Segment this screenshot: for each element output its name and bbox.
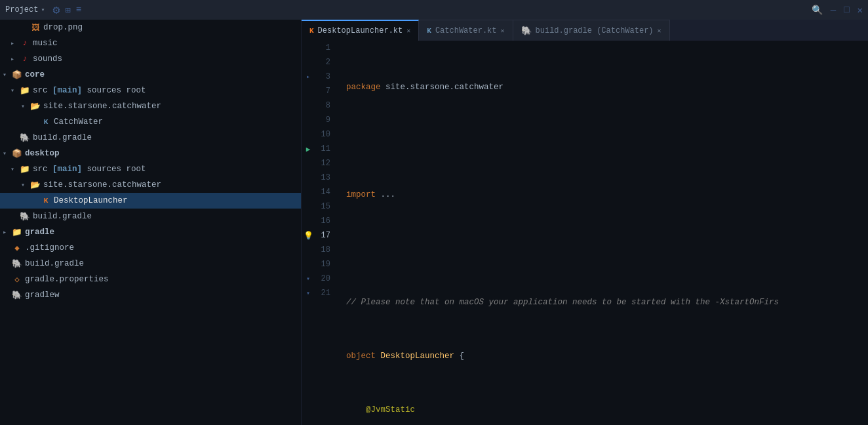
desktoplauncher-label: DesktopLauncher: [54, 196, 128, 205]
tab-close-desktop-launcher[interactable]: ✕: [406, 27, 410, 35]
fold-20[interactable]: ▾: [306, 275, 310, 283]
search-icon[interactable]: 🔍: [812, 5, 823, 16]
sidebar-item-drop-png[interactable]: 🖼 drop.png: [0, 20, 301, 35]
sidebar-item-site-core[interactable]: 📂 site.starsone.catchwater: [0, 98, 301, 114]
ln-17: 17: [317, 228, 336, 243]
menu-icon[interactable]: ≡: [76, 5, 81, 15]
gradle-folder-icon: 📁: [12, 227, 22, 237]
ln-9: 9: [317, 113, 336, 127]
sidebar-item-gradle[interactable]: 📁 gradle: [0, 224, 301, 240]
ln-1: 1: [317, 41, 336, 55]
properties-icon: ◇: [12, 274, 22, 285]
sidebar-item-src-main-desktop[interactable]: 📁 src [main] sources root: [0, 161, 301, 177]
gradle-icon-core: 🐘: [20, 132, 30, 143]
gutter-17: 💡: [302, 228, 315, 243]
sidebar-item-gradle-properties[interactable]: ◇ gradle.properties: [0, 272, 301, 287]
tab-close-catchwater[interactable]: ✕: [501, 27, 505, 35]
project-label[interactable]: Project ▾: [5, 5, 45, 14]
tab-label-build-gradle: build.gradle (CatchWater): [536, 26, 654, 35]
src-icon: 📁: [20, 85, 30, 96]
ln-10: 10: [317, 127, 336, 142]
sidebar-item-build-gradle-root[interactable]: 🐘 build.gradle: [0, 256, 301, 272]
close-icon[interactable]: ✕: [858, 5, 863, 16]
fold-import[interactable]: ▸: [306, 73, 310, 81]
kw-object: object: [346, 349, 381, 363]
sidebar-item-site-desktop[interactable]: 📂 site.starsone.catchwater: [0, 177, 301, 193]
ln-19: 19: [317, 257, 336, 272]
gutter-15: [302, 199, 315, 214]
gutter-11: ▶: [302, 142, 315, 156]
ln-11: 11: [317, 142, 336, 156]
kotlin-file-icon: K: [41, 117, 51, 127]
tab-desktop-launcher[interactable]: K DesktopLauncher.kt ✕: [302, 20, 419, 41]
sidebar-item-desktoplauncher[interactable]: K DesktopLauncher: [0, 193, 301, 209]
chevron-site-core: [21, 102, 29, 110]
sidebar-item-build-gradle-desktop[interactable]: 🐘 build.gradle: [0, 209, 301, 224]
sidebar-item-sounds[interactable]: ♪ sounds: [0, 51, 301, 67]
gutter-9: [302, 113, 315, 127]
tab-build-gradle[interactable]: 🐘 build.gradle (CatchWater) ✕: [513, 20, 670, 41]
sidebar-item-build-gradle-core[interactable]: 🐘 build.gradle: [0, 130, 301, 146]
gutter-2: [302, 55, 315, 70]
gutter-3: ▸: [302, 70, 315, 84]
chevron-src-desktop: [10, 165, 18, 173]
gutter: ▸ ▶ 💡 ▾ ▾: [302, 41, 315, 425]
gutter-21: ▾: [302, 286, 315, 300]
chevron-sounds: [10, 55, 18, 63]
sidebar-item-core[interactable]: 📦 core: [0, 67, 301, 83]
sidebar-item-music[interactable]: ♪ music: [0, 35, 301, 51]
build-gradle-root-label: build.gradle: [25, 259, 84, 268]
code-line-2: [346, 134, 863, 148]
gutter-19: [302, 257, 315, 272]
code-line-7: [346, 241, 863, 256]
code-container[interactable]: ▸ ▶ 💡 ▾ ▾ 1 2 3: [302, 41, 868, 425]
ln-14: 14: [317, 185, 336, 199]
src-desktop-icon: 📁: [20, 164, 30, 174]
run-icon-11[interactable]: ▶: [306, 145, 311, 153]
gutter-14: [302, 185, 315, 199]
tab-close-build-gradle[interactable]: ✕: [658, 27, 661, 35]
gutter-16: [302, 214, 315, 228]
gutter-13: [302, 171, 315, 185]
sidebar-item-catchwater[interactable]: K CatchWater: [0, 114, 301, 130]
sounds-icon: ♪: [20, 54, 30, 64]
tab-label-catchwater: CatchWater.kt: [435, 26, 497, 35]
class-name: DesktopLauncher: [381, 349, 455, 363]
build-gradle-core-label: build.gradle: [33, 133, 92, 142]
minimize-icon[interactable]: —: [831, 5, 836, 15]
sidebar-item-desktop[interactable]: 📦 desktop: [0, 146, 301, 161]
ln-3: 3: [317, 70, 336, 84]
chevron-site-desktop: [21, 181, 29, 189]
comment-8: // Please note that on macOS your applic…: [346, 295, 779, 310]
import-dots: ...: [376, 188, 395, 202]
sidebar-item-src-main[interactable]: 📁 src [main] sources root: [0, 83, 301, 98]
ln-7: 7: [317, 84, 336, 98]
gradle-icon-desktop: 🐘: [20, 211, 30, 222]
site-desktop-label: site.starsone.catchwater: [43, 180, 161, 190]
layout-icon[interactable]: ⊞: [65, 5, 70, 16]
build-gradle-desktop-label: build.gradle: [33, 212, 92, 221]
chevron-gradle: [3, 228, 10, 236]
settings-icon[interactable]: ⚙: [52, 3, 60, 17]
gitignore-icon: ◆: [12, 243, 22, 253]
ln-21: 21: [317, 286, 336, 300]
brace-9: {: [454, 349, 464, 363]
gutter-12: [302, 156, 315, 171]
gutter-7: [302, 84, 315, 98]
top-bar: Project ▾ ⚙ ⊞ ≡ 🔍 — □ ✕: [0, 0, 868, 20]
chevron-core: [3, 71, 10, 79]
tab-kt-icon-1: K: [309, 27, 314, 35]
sidebar-item-gitignore[interactable]: ◆ .gitignore: [0, 240, 301, 256]
drop-png-label: drop.png: [43, 23, 83, 32]
gradle-properties-label: gradle.properties: [25, 275, 109, 284]
tab-catchwater[interactable]: K CatchWater.kt ✕: [419, 20, 513, 41]
lightbulb-17[interactable]: 💡: [304, 231, 313, 241]
chevron-src-main: [10, 87, 18, 94]
chevron-music: [10, 39, 18, 47]
sidebar-item-gradlew[interactable]: 🐘 gradlew: [0, 287, 301, 303]
maximize-icon[interactable]: □: [844, 5, 849, 15]
tab-kt-icon-2: K: [427, 27, 431, 35]
ln-15: 15: [317, 199, 336, 214]
music-label: music: [33, 39, 58, 48]
fold-21[interactable]: ▾: [306, 289, 310, 297]
